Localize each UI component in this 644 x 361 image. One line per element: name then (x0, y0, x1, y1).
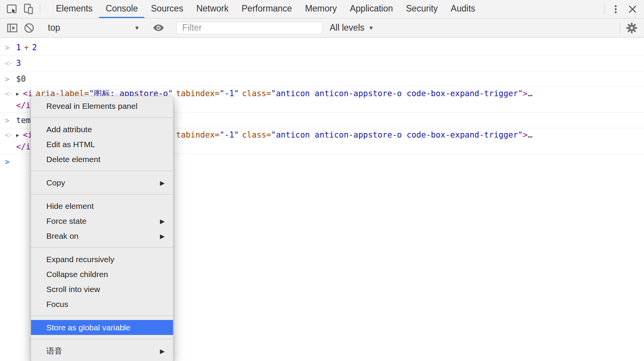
devtools-window: Elements Console Sources Network Perform… (0, 0, 644, 361)
menu-item-break-on[interactable]: Break on▶ (31, 228, 173, 243)
log-levels-value: All levels (330, 23, 364, 33)
tabbar-separator (40, 3, 40, 15)
tabbar-right-controls (602, 0, 644, 18)
menu-item-force-state[interactable]: Force state▶ (31, 213, 173, 228)
menu-separator (31, 339, 173, 340)
submenu-arrow-icon: ▶ (160, 344, 165, 359)
input-chevron-icon: > (0, 74, 16, 84)
tab-performance[interactable]: Performance (235, 0, 299, 18)
toolbar-separator-4 (620, 22, 620, 34)
live-expression-eye-icon[interactable] (150, 21, 167, 34)
prompt-chevron-icon: > (0, 157, 16, 167)
console-command-text: $0 (16, 74, 26, 84)
submenu-arrow-icon: ▶ (160, 214, 165, 229)
tab-console[interactable]: Console (99, 0, 144, 18)
menu-item-collapse-children[interactable]: Collapse children (31, 267, 173, 282)
menu-separator (31, 194, 173, 195)
output-arrow-icon: <· (0, 58, 16, 68)
menu-item-expand-recursively[interactable]: Expand recursively (31, 252, 173, 267)
execution-context-value: top (48, 23, 60, 33)
context-menu: Reveal in Elements panel Add attribute E… (31, 96, 173, 361)
device-toolbar-icon[interactable] (21, 0, 38, 18)
tab-security[interactable]: Security (399, 0, 444, 18)
menu-separator (31, 171, 173, 171)
expand-triangle-icon[interactable]: ▶ (16, 88, 19, 99)
output-arrow-icon: <· (0, 88, 16, 99)
tabbar-right-separator (605, 3, 605, 15)
filter-input[interactable] (177, 22, 323, 34)
input-chevron-icon: > (0, 43, 16, 53)
menu-item-add-attribute[interactable]: Add attribute (31, 122, 173, 137)
kebab-menu-icon[interactable] (607, 0, 624, 18)
menu-item-reveal-in-elements[interactable]: Reveal in Elements panel (31, 98, 173, 113)
menu-item-store-as-global-variable[interactable]: Store as global variable (31, 320, 173, 335)
console-command-row: > $0 (0, 71, 644, 87)
log-levels-dropdown[interactable]: All levels ▼ (330, 23, 374, 33)
menu-separator (31, 247, 173, 248)
chevron-down-icon: ▼ (134, 25, 145, 31)
input-chevron-icon: > (0, 115, 16, 125)
tab-audits[interactable]: Audits (444, 0, 482, 18)
menu-item-copy[interactable]: Copy▶ (31, 175, 173, 190)
menu-item-scroll-into-view[interactable]: Scroll into view (31, 282, 173, 297)
menu-item-speech[interactable]: 语音▶ (31, 343, 173, 358)
console-command-text: 1+2 (16, 43, 37, 53)
output-arrow-icon: <· (0, 130, 16, 141)
tab-network[interactable]: Network (190, 0, 235, 18)
submenu-arrow-icon: ▶ (160, 229, 165, 244)
expand-triangle-icon[interactable]: ▶ (16, 130, 19, 141)
console-result-value: 3 (16, 58, 21, 68)
console-sidebar-toggle-icon[interactable] (4, 22, 21, 34)
console-command-row: > 1+2 (0, 40, 644, 56)
panel-tabs: Elements Console Sources Network Perform… (49, 0, 482, 18)
menu-item-delete-element[interactable]: Delete element (31, 152, 173, 167)
menu-separator (31, 315, 173, 316)
console-result-row: <· 3 (0, 56, 644, 71)
inspect-element-icon[interactable] (4, 0, 21, 18)
tab-memory[interactable]: Memory (299, 0, 343, 18)
tab-elements[interactable]: Elements (49, 0, 99, 18)
devtools-tabbar: Elements Console Sources Network Perform… (0, 0, 644, 18)
execution-context-selector[interactable]: top ▼ (42, 23, 145, 33)
menu-item-edit-as-html[interactable]: Edit as HTML (31, 137, 173, 152)
menu-separator (31, 117, 173, 118)
chevron-down-icon: ▼ (368, 25, 374, 31)
menu-item-hide-element[interactable]: Hide element (31, 199, 173, 213)
console-toolbar: top ▼ All levels ▼ (0, 18, 644, 38)
tab-sources[interactable]: Sources (144, 0, 190, 18)
tab-application[interactable]: Application (343, 0, 400, 18)
settings-gear-icon[interactable] (623, 21, 640, 34)
close-icon[interactable] (624, 0, 641, 18)
menu-item-focus[interactable]: Focus (31, 297, 173, 312)
submenu-arrow-icon: ▶ (160, 176, 165, 190)
console-command-text: tem (16, 115, 31, 125)
clear-console-icon[interactable] (21, 22, 38, 34)
